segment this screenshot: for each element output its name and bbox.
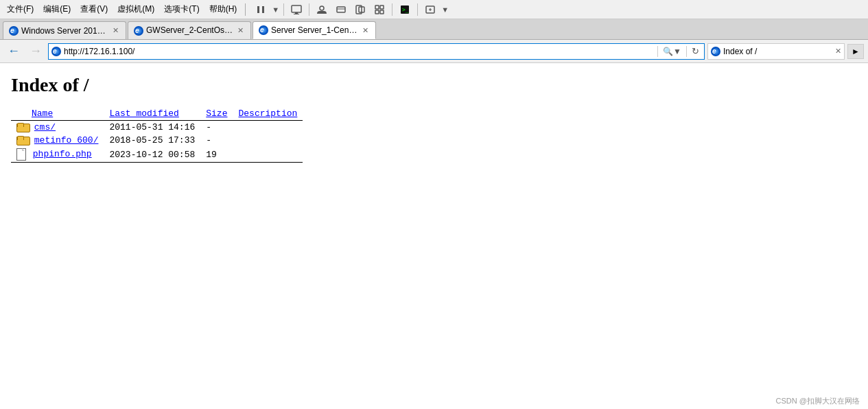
- address-search-button[interactable]: 🔍▼: [661, 47, 683, 56]
- address-input-wrap: 🔍▼ ↻: [48, 43, 705, 60]
- search-clear-button[interactable]: ✕: [835, 47, 841, 56]
- page-title: Index of /: [11, 74, 857, 96]
- toolbar-terminal-btn[interactable]: >_: [397, 2, 413, 17]
- table-header-row: Name Last modified Size Description: [11, 107, 303, 121]
- search-ie-icon: [711, 47, 720, 56]
- file-table: Name Last modified Size Description cms/…: [11, 107, 303, 163]
- toolbar-sep4: [417, 3, 418, 16]
- toolbar-dropdown-btn[interactable]: ▼: [272, 5, 279, 14]
- toolbar-sep2: [309, 3, 309, 16]
- file-link[interactable]: cms/: [34, 122, 56, 132]
- menu-view[interactable]: 查看(V): [76, 2, 112, 16]
- svg-point-5: [320, 6, 324, 10]
- col-modified[interactable]: Last modified: [104, 107, 200, 121]
- tab-bar: Windows Server 2016 Stan... ✕ GWServer_2…: [0, 19, 868, 40]
- table-border-row: [11, 163, 303, 163]
- page-content: Index of / Name Last modified Size Descr…: [0, 63, 868, 168]
- folder-icon: [16, 123, 29, 132]
- toolbar-sep3: [392, 3, 392, 16]
- file-link[interactable]: metinfo_600/: [34, 135, 99, 145]
- address-input[interactable]: [64, 47, 655, 56]
- tab-icon-0: [9, 26, 19, 36]
- file-cell-name: cms/: [11, 121, 104, 135]
- tab-1[interactable]: GWServer_2-CentOs7-64位-1804 ✕: [128, 21, 251, 39]
- file-cell-name: phpinfo.php: [11, 147, 104, 163]
- file-cell-size: -: [200, 121, 233, 135]
- tab-0[interactable]: Windows Server 2016 Stan... ✕: [3, 21, 126, 39]
- menu-tab[interactable]: 选项卡(T): [160, 2, 203, 16]
- menu-edit[interactable]: 编辑(E): [39, 2, 75, 16]
- table-row: phpinfo.php2023-10-12 00:5819: [11, 147, 303, 163]
- search-go-button[interactable]: ►: [847, 44, 864, 59]
- toolbar-btn3[interactable]: [314, 2, 330, 17]
- back-button[interactable]: ←: [4, 43, 23, 60]
- tab-label-2: Server Server_1-CentOs7-64位...: [271, 25, 358, 36]
- svg-rect-11: [375, 10, 379, 14]
- svg-rect-9: [375, 5, 379, 9]
- tab-close-1[interactable]: ✕: [236, 26, 245, 35]
- svg-rect-6: [337, 7, 345, 12]
- tab-icon-2: [259, 25, 268, 35]
- toolbar-icons: ▼ >_ ▼: [253, 2, 449, 17]
- menu-vm[interactable]: 虚拟机(M): [113, 2, 159, 16]
- svg-rect-4: [294, 14, 299, 14]
- svg-rect-12: [380, 10, 384, 14]
- menu-divider: [245, 3, 246, 16]
- file-cell-description: [233, 147, 303, 163]
- tab-2[interactable]: Server Server_1-CentOs7-64位... ✕: [253, 21, 376, 39]
- svg-text:>_: >_: [402, 7, 409, 13]
- toolbar-sep1: [283, 3, 284, 16]
- menu-file[interactable]: 文件(F): [3, 2, 38, 16]
- toolbar-btn5[interactable]: [352, 2, 368, 17]
- file-icon: [16, 148, 27, 161]
- toolbar-monitor-btn[interactable]: [288, 2, 305, 17]
- addr-divider: [657, 46, 658, 57]
- addr-divider2: [686, 46, 687, 57]
- file-cell-name: metinfo_600/: [11, 134, 104, 147]
- col-name[interactable]: Name: [11, 107, 104, 121]
- svg-rect-1: [262, 6, 264, 13]
- file-cell-modified: 2011-05-31 14:16: [104, 121, 200, 135]
- address-bar-icon: [51, 47, 61, 56]
- toolbar-btn4[interactable]: [333, 2, 349, 17]
- forward-button[interactable]: →: [26, 43, 45, 60]
- col-description[interactable]: Description: [233, 107, 303, 121]
- address-bar: ← → 🔍▼ ↻ ✕ ►: [0, 40, 868, 63]
- file-link[interactable]: phpinfo.php: [33, 149, 92, 159]
- table-row: cms/2011-05-31 14:16-: [11, 121, 303, 135]
- file-cell-size: 19: [200, 147, 233, 163]
- folder-icon: [16, 136, 29, 145]
- table-row: metinfo_600/2018-05-25 17:33-: [11, 134, 303, 147]
- tab-label-0: Windows Server 2016 Stan...: [21, 26, 108, 36]
- col-size[interactable]: Size: [200, 107, 233, 121]
- svg-rect-10: [380, 5, 384, 9]
- search-box-wrap: ✕: [707, 43, 845, 60]
- toolbar-pause-btn[interactable]: [253, 2, 269, 17]
- svg-rect-2: [292, 5, 301, 12]
- toolbar-resize-dropdown[interactable]: ▼: [441, 5, 449, 14]
- svg-rect-3: [295, 12, 298, 14]
- tab-close-0[interactable]: ✕: [111, 26, 120, 35]
- tab-close-2[interactable]: ✕: [361, 26, 370, 35]
- search-input[interactable]: [723, 47, 832, 56]
- file-cell-description: [233, 121, 303, 135]
- tab-label-1: GWServer_2-CentOs7-64位-1804: [146, 25, 233, 36]
- file-cell-modified: 2018-05-25 17:33: [104, 134, 200, 147]
- file-cell-size: -: [200, 134, 233, 147]
- menu-bar: 文件(F) 编辑(E) 查看(V) 虚拟机(M) 选项卡(T) 帮助(H) ▼ …: [0, 0, 868, 19]
- toolbar-resize-btn[interactable]: [422, 2, 438, 17]
- address-refresh-button[interactable]: ↻: [690, 46, 701, 56]
- file-cell-description: [233, 134, 303, 147]
- file-cell-modified: 2023-10-12 00:58: [104, 147, 200, 163]
- menu-help[interactable]: 帮助(H): [205, 2, 242, 16]
- tab-icon-1: [134, 26, 143, 36]
- svg-rect-0: [257, 6, 259, 13]
- toolbar-btn6[interactable]: [371, 2, 388, 17]
